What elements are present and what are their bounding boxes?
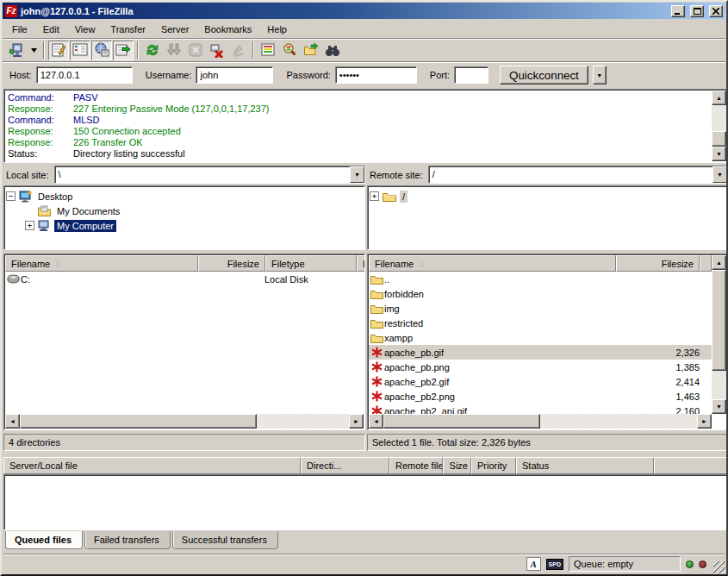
scroll-left-button[interactable]: ◄ [369, 414, 383, 429]
column-header-filetype[interactable]: Filetype [265, 255, 357, 272]
remote-file-row[interactable]: forbidden [369, 286, 712, 301]
column-header-priority[interactable]: Priority [471, 457, 516, 474]
process-queue-button[interactable] [164, 41, 184, 60]
remote-horizontal-scrollbar[interactable]: ◄ ► [369, 414, 712, 429]
data-type-indicator-icon: A [526, 557, 541, 571]
minimize-button[interactable] [671, 5, 685, 17]
dropdown-arrow-icon: ▼ [596, 72, 602, 78]
queue-list[interactable] [3, 474, 728, 530]
scrollbar-thumb[interactable] [383, 414, 540, 429]
remote-site-dropdown-button[interactable]: ▼ [712, 166, 727, 183]
port-input[interactable] [454, 66, 488, 84]
tree-item-my-computer[interactable]: + My Computer [6, 218, 363, 233]
password-input[interactable] [335, 66, 417, 84]
synchronized-browsing-button[interactable] [301, 41, 321, 60]
remote-file-row[interactable]: apache_pb2.png 1,463 [369, 389, 712, 404]
folder-icon [369, 304, 384, 314]
remote-file-row[interactable]: xampp [369, 330, 712, 345]
scroll-left-button[interactable]: ◄ [5, 414, 20, 429]
tab-failed-transfers[interactable]: Failed transfers [84, 531, 171, 549]
toggle-remote-tree-button[interactable] [91, 41, 112, 60]
remote-file-row[interactable]: restricted [369, 316, 712, 330]
scroll-down-button[interactable]: ▼ [712, 399, 726, 414]
remote-vertical-scrollbar[interactable]: ▲ ▼ [712, 255, 726, 414]
refresh-button[interactable] [142, 41, 163, 60]
local-file-row[interactable]: C: Local Disk [5, 272, 364, 286]
remote-file-row-selected[interactable]: apache_pb.gif 2,326 [369, 345, 712, 360]
scroll-down-button[interactable]: ▼ [712, 147, 726, 161]
scrollbar-track[interactable] [712, 270, 726, 399]
left-arrow-icon: ◄ [373, 418, 379, 424]
column-header-filesize[interactable]: Filesize [616, 255, 700, 272]
scrollbar-track[interactable] [20, 414, 349, 429]
menu-help[interactable]: Help [259, 22, 295, 37]
scroll-up-button[interactable]: ▲ [712, 91, 726, 105]
tree-item-desktop[interactable]: − Desktop [6, 189, 363, 203]
send-activity-led-icon [699, 560, 706, 568]
log-scrollbar[interactable]: ▲ ▼ [712, 91, 726, 161]
toggle-local-tree-button[interactable] [70, 41, 90, 60]
filename-cell: apache_pb2_ani.gif [384, 406, 625, 415]
column-header-filename[interactable]: Filename △ [5, 255, 198, 272]
remote-file-row[interactable]: apache_pb2.gif 2,414 [369, 374, 712, 389]
scroll-up-button[interactable]: ▲ [712, 255, 726, 270]
local-site-combo[interactable]: \ ▼ [54, 166, 365, 184]
remote-site-combo[interactable]: / ▼ [428, 166, 728, 184]
username-input[interactable] [196, 66, 273, 84]
close-button[interactable] [709, 5, 723, 17]
column-header-size[interactable]: Size [443, 457, 471, 474]
scrollbar-thumb[interactable] [712, 131, 726, 147]
resize-grip[interactable] [713, 561, 725, 573]
column-header-last-modified[interactable]: L [357, 255, 365, 272]
local-horizontal-scrollbar[interactable]: ◄ ► [5, 414, 364, 429]
cancel-operation-button[interactable] [185, 41, 206, 60]
tree-item-my-documents[interactable]: My Documents [6, 203, 363, 218]
collapse-expander[interactable]: − [6, 191, 16, 201]
expand-expander[interactable]: + [370, 191, 379, 201]
scrollbar-thumb[interactable] [712, 270, 726, 371]
menu-view[interactable]: View [67, 22, 103, 37]
scrollbar-thumb[interactable] [20, 414, 257, 429]
quickconnect-button[interactable]: Quickconnect [500, 66, 588, 85]
expand-expander[interactable]: + [25, 221, 34, 230]
column-header-status[interactable]: Status [516, 457, 654, 474]
scrollbar-track[interactable] [712, 105, 726, 147]
remote-file-row[interactable]: img [369, 301, 712, 316]
toggle-message-log-button[interactable] [48, 41, 69, 60]
menu-file[interactable]: File [4, 22, 35, 37]
menu-edit[interactable]: Edit [35, 22, 67, 37]
title-bar[interactable]: Fz john@127.0.0.1 - FileZilla [3, 3, 725, 19]
find-files-button[interactable] [322, 41, 343, 60]
reconnect-button[interactable] [228, 41, 249, 60]
quickconnect-dropdown-button[interactable]: ▼ [593, 66, 607, 85]
tab-queued-files[interactable]: Queued files [5, 531, 83, 549]
scroll-right-button[interactable]: ► [349, 414, 364, 429]
maximize-button[interactable] [690, 5, 704, 17]
host-input[interactable] [36, 66, 133, 84]
site-manager-dropdown-button[interactable] [28, 41, 40, 60]
directory-comparison-button[interactable] [279, 41, 300, 60]
quickconnect-bar: Host: Username: Password: Port: Quickcon… [3, 61, 725, 88]
remote-file-row[interactable]: .. [369, 272, 712, 286]
menu-bookmarks[interactable]: Bookmarks [196, 22, 259, 37]
filename-filters-button[interactable] [258, 41, 278, 60]
column-header-server-local-file[interactable]: Server/Local file [3, 457, 301, 474]
scroll-right-button[interactable]: ► [697, 414, 712, 429]
disconnect-button[interactable] [207, 41, 227, 60]
local-disk-icon [5, 274, 21, 284]
column-header-direction[interactable]: Directi... [301, 457, 389, 474]
tree-item-root[interactable]: + / [370, 189, 725, 203]
column-header-filesize[interactable]: Filesize [198, 255, 265, 272]
column-header-remote-file[interactable]: Remote file [389, 457, 443, 474]
local-site-dropdown-button[interactable]: ▼ [350, 166, 364, 183]
column-header-filename[interactable]: Filename △ [369, 255, 616, 272]
username-label: Username: [146, 70, 192, 80]
menu-transfer[interactable]: Transfer [103, 22, 153, 37]
toggle-transfer-queue-button[interactable] [113, 41, 134, 60]
remote-file-row[interactable]: apache_pb.png 1,385 [369, 360, 712, 374]
menu-server[interactable]: Server [153, 22, 196, 37]
remote-file-row[interactable]: apache_pb2_ani.gif 2,160 [369, 404, 712, 414]
scrollbar-track[interactable] [383, 414, 697, 429]
tab-successful-transfers[interactable]: Successful transfers [172, 531, 278, 549]
site-manager-button[interactable] [6, 41, 27, 60]
